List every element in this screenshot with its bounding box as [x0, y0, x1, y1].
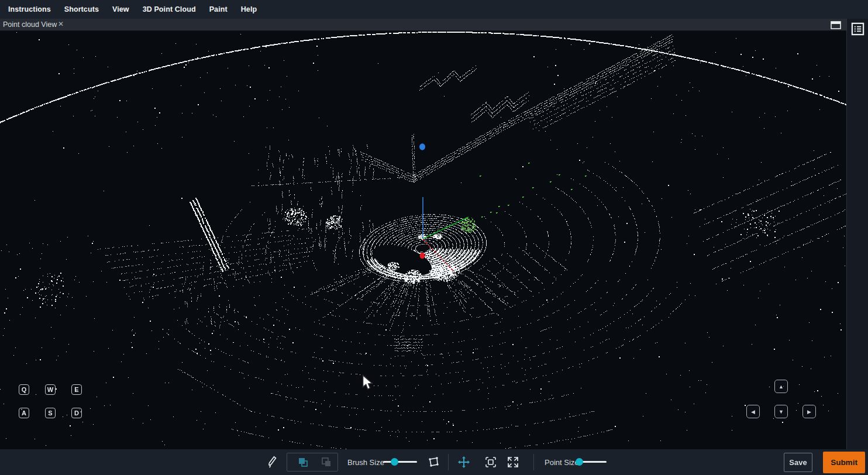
move-tool-icon[interactable] — [456, 449, 471, 475]
expand-fullscreen-icon[interactable] — [505, 449, 521, 475]
brush-size-thumb[interactable] — [391, 458, 398, 466]
maximize-icon[interactable] — [831, 21, 841, 29]
brush-size-track[interactable] — [383, 461, 417, 463]
fit-frame-icon[interactable] — [483, 449, 498, 475]
annotations-panel-icon[interactable] — [851, 22, 864, 36]
copy-tools-group — [287, 453, 338, 471]
save-button[interactable]: Save — [784, 453, 812, 472]
hotkey-e[interactable]: E — [71, 384, 82, 395]
side-panel — [846, 19, 868, 449]
nav-right-button[interactable]: ▶ — [802, 405, 816, 418]
point-cloud-viewport: Q W E A S D ▲ ◀ ▼ ▶ — [0, 31, 846, 449]
arrow-left-icon: ◀ — [751, 409, 755, 415]
point-cloud-canvas[interactable] — [0, 31, 846, 449]
toolbar-divider — [448, 454, 449, 470]
labeling-app: Instructions Shortcuts View 3D Point Clo… — [0, 0, 868, 475]
menu-paint[interactable]: Paint — [209, 5, 228, 13]
hotkey-d[interactable]: D — [71, 408, 82, 418]
toolbar-divider — [533, 454, 534, 470]
hotkey-a[interactable]: A — [19, 408, 29, 418]
hotkey-w[interactable]: W — [45, 384, 56, 395]
arrow-right-icon: ▶ — [807, 409, 811, 415]
paste-annotation-icon[interactable] — [318, 453, 335, 471]
nav-down-button[interactable]: ▼ — [774, 405, 788, 418]
polygon-tool-icon[interactable] — [426, 449, 441, 475]
nav-left-button[interactable]: ◀ — [746, 405, 760, 418]
hotkey-q[interactable]: Q — [19, 384, 29, 395]
pen-tool-icon[interactable] — [264, 449, 280, 475]
menu-view[interactable]: View — [112, 5, 129, 13]
menu-instructions[interactable]: Instructions — [8, 5, 51, 13]
copy-annotation-icon[interactable] — [294, 453, 312, 471]
tab-point-cloud-view[interactable]: Point cloud View — [3, 20, 57, 29]
point-size-thumb[interactable] — [576, 458, 583, 466]
point-size-label: Point Size — [545, 449, 579, 475]
arrow-up-icon: ▲ — [779, 384, 784, 390]
brush-size-label: Brush Size — [347, 449, 384, 475]
arrow-down-icon: ▼ — [779, 409, 784, 415]
menu-3d-point-cloud[interactable]: 3D Point Cloud — [143, 5, 196, 13]
nav-up-button[interactable]: ▲ — [774, 380, 788, 393]
menu-help[interactable]: Help — [241, 5, 257, 13]
menu-shortcuts[interactable]: Shortcuts — [64, 5, 99, 13]
point-size-slider[interactable] — [576, 461, 607, 463]
close-icon[interactable]: ✕ — [58, 20, 64, 28]
paint-toolbar: Brush Size Point Size Save Submit — [0, 449, 868, 475]
submit-button[interactable]: Submit — [823, 452, 865, 473]
menu-bar: Instructions Shortcuts View 3D Point Clo… — [0, 0, 868, 19]
brush-size-slider[interactable] — [383, 461, 417, 463]
hotkey-s[interactable]: S — [45, 408, 56, 418]
tab-bar: Point cloud View ✕ — [0, 19, 846, 31]
